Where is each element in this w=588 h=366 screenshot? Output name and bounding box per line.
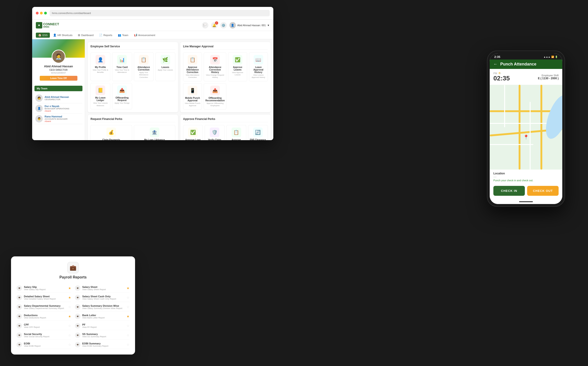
app-header: CONNECT HRMS 🏳️ 🔔 1 ⚙️ 👤 Abid Ahmad Hass… [32, 20, 273, 31]
settings-icon[interactable]: ⚙️ [220, 22, 227, 29]
afp-approve-loan[interactable]: ✅ Approve Loan / Advance View Approve Lo… [183, 125, 203, 140]
report-eobi[interactable]: 👁️ EOBI View EOBI Report ☆ [16, 341, 71, 349]
deductions-star[interactable]: ★ [68, 314, 71, 318]
dept-summary-name: Salary Departmental Summary [24, 305, 64, 307]
nav-item-ess[interactable]: 🏠 ESS [36, 33, 50, 38]
approve-leaves-desc: View Approve Leaves [230, 71, 245, 76]
bank-letter-star[interactable]: ★ [127, 314, 129, 318]
punch-buttons: CHECK IN CHECK OUT [490, 186, 562, 199]
rfp-loan[interactable]: 🏦 My Loan / Advance Apply Loan / Advance [134, 125, 175, 140]
phone-back-button[interactable]: ← [493, 62, 498, 67]
rfp-grid: 💰 Claim Payments View My Claims 🏦 My Loa… [90, 125, 175, 140]
lma-mobile-punch[interactable]: 📱 Mobile Punch Approval View Mobile Punc… [183, 83, 202, 110]
lma-offboarding-rec[interactable]: 📤 Offboarding Recommendation Approve Off… [204, 83, 226, 110]
dashboard-icon: ⊞ [78, 34, 80, 37]
browser-url-bar[interactable]: hrms.connecthrms.com/dashboard [50, 10, 270, 16]
lma-panel-title: Line Manager Approval [183, 45, 268, 50]
eobi-summary-star[interactable]: ☆ [127, 343, 129, 346]
offboarding-desc: Apply Your Resign [115, 102, 129, 104]
shift-value: E ( 1130 - 2000 ) [538, 77, 558, 80]
salary-cash-star[interactable]: ☆ [127, 296, 129, 299]
report-detailed-salary[interactable]: 👁️ Detailed Salary Sheet View Detailed S… [16, 293, 71, 302]
team-member-status-2: Absent [45, 110, 69, 112]
report-dept-summary[interactable]: 👁️ Salary Departmental Summary View Sala… [16, 303, 71, 311]
lma-approve-att[interactable]: 📋 Approve Attendance Correction View Att… [183, 52, 202, 81]
report-dot-dept: 👁️ [16, 304, 22, 310]
user-avatar: 👤 [229, 22, 236, 29]
afp-approve-req[interactable]: 📋 Approve Requisition View Approve Requi… [226, 125, 246, 140]
bottom-panels-row: Request Financial Perks 💰 Claim Payments… [88, 115, 271, 140]
division-wise-star[interactable]: ☆ [127, 305, 129, 309]
team-member-role-3: ACCOUNTS MANAGER [45, 118, 68, 120]
pf-name: PF [82, 323, 97, 326]
nav-item-announcement[interactable]: 📢 Announcement [132, 33, 158, 38]
user-info[interactable]: 👤 Abid Ahmad Hassan: 001 ▼ [229, 22, 270, 29]
ess-attendance-correction[interactable]: 📋 Attendance Correction Apply Your Atten… [134, 52, 154, 81]
afp-fnf[interactable]: 🔄 FNF Clearance View FNF Clearance [248, 125, 268, 140]
eobi-star[interactable]: ☆ [68, 343, 71, 346]
phone-nav-header: ← Punch Attendance [490, 60, 562, 69]
report-cpf[interactable]: 👁️ CPF View CPF Report ☆ [16, 322, 71, 330]
detailed-salary-star[interactable]: ★ [68, 296, 71, 299]
lma-service-grid: 📋 Approve Attendance Correction View Att… [183, 52, 268, 110]
user-name: Abid Ahmad Hassan: 001 [237, 24, 266, 27]
salary-slip-desc: View Salary Slip Report [24, 288, 45, 291]
briefcase-icon: 💼 [67, 262, 79, 273]
flag-icon[interactable]: 🏳️ [202, 22, 208, 29]
user-dropdown-icon[interactable]: ▼ [267, 24, 270, 27]
social-security-star[interactable]: ☆ [68, 333, 71, 337]
salary-sheet-star[interactable]: ★ [127, 286, 129, 290]
report-social-security[interactable]: 👁️ Social Security View Social Security … [16, 331, 71, 340]
dept-summary-desc: View Salary Departmental Summary Report [24, 307, 64, 310]
team-member-name-2[interactable]: Dur e Nayab [45, 105, 69, 107]
ss-summary-star[interactable]: ☆ [127, 333, 129, 337]
leave-time-off-button[interactable]: Leave Time Off [40, 76, 77, 81]
leave-history-name: Leave Approval History [251, 66, 266, 74]
report-division-wise[interactable]: 👁️ Salary Summary Division Wise View Sal… [75, 303, 129, 311]
report-salary-slip[interactable]: 👁️ Salary Slip View Salary Slip Report ★ [16, 284, 71, 292]
team-member-name-3[interactable]: Rana Hammad [45, 115, 68, 118]
ess-panel: Employee Self Service 👤 My Profile View … [88, 42, 178, 112]
notification-icon[interactable]: 🔔 1 [211, 22, 218, 29]
dot-green[interactable] [44, 12, 47, 15]
report-salary-cash[interactable]: 👁️ Salary Sheet Cash Only View Salary Sh… [75, 293, 129, 302]
report-ss-summary[interactable]: 👁️ SS Summary View SS Summary Report ☆ [75, 331, 129, 340]
report-pf[interactable]: 👁️ PF View PF Report ☆ [75, 322, 129, 330]
lma-att-history[interactable]: 📅 Attendance Correction History View Cha… [204, 52, 226, 81]
ess-leaves[interactable]: 🌿 Leaves Apply Your Leaves [156, 52, 175, 81]
phone-mockup: 2:35 ▲▲▲ 📶 🔋 ← Punch Attendance PM 🌤️ [487, 51, 565, 207]
ess-time-card[interactable]: 📊 Time Card View Your Time & Attendance [112, 52, 132, 81]
dot-yellow[interactable] [40, 12, 43, 15]
ess-my-profile[interactable]: 👤 My Profile View Your Profile & Benefit… [90, 52, 110, 81]
report-info-salary-sheet: Salary Sheet View Salary Sheet Report [82, 286, 106, 291]
lma-approve-leaves[interactable]: ✅ Approve Leaves View Approve Leaves [228, 52, 247, 81]
nav-label-ess: ESS [43, 34, 47, 37]
dept-summary-star[interactable]: ☆ [68, 305, 71, 309]
salary-slip-star[interactable]: ★ [68, 286, 71, 290]
cpf-star[interactable]: ☆ [68, 324, 71, 328]
afp-verify-claim[interactable]: 🛡️ Verify Claim View Claims [205, 125, 224, 140]
checkout-button[interactable]: CHECK OUT [527, 186, 558, 196]
nav-item-dashboard[interactable]: ⊞ Dashboard [75, 33, 96, 38]
report-bank-letter[interactable]: 👁️ Bank Letter View Bank Letter Report ★ [75, 312, 129, 321]
lma-leave-history[interactable]: 📖 Leave Approval History View Leaves App… [249, 52, 268, 81]
dot-red[interactable] [36, 12, 38, 15]
report-dot-eobi-summary: 👁️ [75, 342, 80, 347]
ess-leave-ledger[interactable]: 📒 My Leave Ledger View Your Leaves Balan… [90, 83, 110, 109]
rfp-claim-payments[interactable]: 💰 Claim Payments View My Claims [90, 125, 132, 140]
checkin-button[interactable]: CHECK IN [493, 186, 525, 196]
time-value: 02:35 [493, 75, 510, 82]
nav-item-hr-shortcuts[interactable]: 👤 HR Shortcuts [51, 33, 75, 38]
pf-star[interactable]: ☆ [127, 324, 129, 328]
report-eobi-summary[interactable]: 👁️ EOBI Summary View EOBI Summary Report… [75, 341, 129, 349]
lma-panel: Line Manager Approval 📋 Approve Attendan… [180, 42, 271, 112]
report-deductions[interactable]: 👁️ Deductions View Deductions Report ★ [16, 312, 71, 321]
ess-offboarding[interactable]: 📤 Offboarding Request Apply Your Resign [112, 83, 132, 109]
report-salary-sheet[interactable]: 👁️ Salary Sheet View Salary Sheet Report… [75, 284, 129, 292]
nav-item-reports[interactable]: 📄 Reports [97, 33, 115, 38]
report-dot-cpf: 👁️ [16, 323, 22, 328]
offboarding-rec-icon: 📤 [210, 86, 220, 95]
team-member-name-1[interactable]: Abid Ahmad Hassan [45, 96, 69, 98]
att-history-icon: 📅 [210, 55, 220, 65]
nav-item-team[interactable]: 👥 Team [115, 33, 131, 38]
